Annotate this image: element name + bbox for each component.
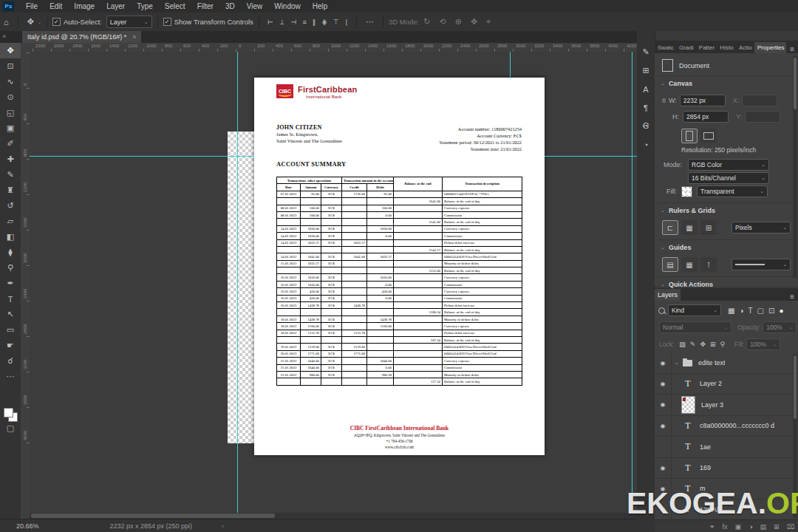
height-field[interactable]: 2854 px <box>683 111 729 123</box>
filter-adjustment-layers-icon[interactable]: ◑ <box>739 307 743 315</box>
hand-tool[interactable]: ☛ <box>0 338 21 353</box>
layer-name[interactable]: 169 <box>700 464 711 471</box>
zoom-level[interactable]: 20.66% <box>16 522 39 530</box>
chevron-down-icon[interactable]: ⌄ <box>675 360 679 366</box>
scrollbar-thumb[interactable] <box>794 58 797 109</box>
distribute-bottom-icon[interactable]: ⊤ <box>333 18 339 26</box>
layer-row[interactable]: T1ae <box>655 437 798 458</box>
layer-row[interactable]: ◉T169 <box>655 457 798 479</box>
chevron-down-icon[interactable]: ⌄ <box>661 81 665 86</box>
menu-view[interactable]: View <box>241 2 269 10</box>
landscape-orientation-button[interactable] <box>700 129 717 143</box>
guides-section-header[interactable]: Guides <box>669 244 692 251</box>
tab-gradi[interactable]: Gradi <box>676 42 696 53</box>
filter-toggle-icon[interactable]: ● <box>779 307 783 315</box>
layer-row[interactable]: ◉Tc8a0000000...ccccccc0 d <box>655 415 798 437</box>
lock-pixels-icon[interactable]: ✎ <box>690 341 696 348</box>
layer-visibility-toggle[interactable]: ◉ <box>655 373 672 394</box>
add-mask-icon[interactable]: ▣ <box>735 523 742 531</box>
align-right-edges-icon[interactable]: ⊣ <box>291 18 297 26</box>
width-field[interactable]: 2232 px <box>680 95 726 106</box>
character-panel-icon[interactable]: A <box>637 80 655 98</box>
lock-artboard-icon[interactable]: ⊞ <box>710 341 716 348</box>
path-select-tool[interactable]: ↖ <box>0 307 21 322</box>
tab-patter[interactable]: Patter <box>696 42 717 53</box>
preset-chevron-icon[interactable]: ⌄ <box>38 19 41 24</box>
guide-style-select[interactable]: ⌄ <box>732 259 791 270</box>
type-tool[interactable]: T <box>0 291 21 307</box>
auto-select-checkbox[interactable]: ✓ <box>52 18 61 26</box>
menu-3d[interactable]: 3D <box>219 2 241 10</box>
fill-swatch[interactable] <box>681 186 692 197</box>
move-tool[interactable]: ✥ <box>0 43 21 58</box>
filter-type-layers-icon[interactable]: T <box>748 307 753 315</box>
quick-selection-tool[interactable]: ⊙ <box>0 89 21 105</box>
lock-guides-icon[interactable]: ⊺ <box>700 257 717 272</box>
lock-position-icon[interactable]: ✥ <box>700 341 706 348</box>
tab-overflow-icon[interactable]: » <box>2 33 6 40</box>
filter-smart-objects-icon[interactable]: ⊡ <box>768 307 774 315</box>
edit-toolbar[interactable]: ⋯ <box>0 369 21 384</box>
layer-name[interactable]: Layer 2 <box>700 380 722 387</box>
gradient-tool[interactable]: ◧ <box>0 229 21 245</box>
distribute-top-icon[interactable]: ∥ <box>313 18 316 26</box>
toggle-grid-icon[interactable]: ▦ <box>681 220 698 235</box>
link-layers-icon[interactable]: ⚭ <box>709 523 715 531</box>
layer-effects-icon[interactable]: fx <box>723 523 728 531</box>
layer-name[interactable]: edite text <box>698 359 726 366</box>
toggle-snap-icon[interactable]: ⊞ <box>700 220 717 235</box>
libraries-panel-icon[interactable]: ◔ <box>637 135 655 154</box>
tab-layers[interactable]: Layers <box>655 289 681 301</box>
home-icon[interactable]: ⌂ <box>4 18 9 27</box>
document-tab[interactable]: Italy id.psd @ 20.7% (RGB/16#) * × <box>22 31 141 43</box>
paragraph-panel-icon[interactable]: ¶ <box>637 98 655 117</box>
menu-window[interactable]: Window <box>268 2 307 10</box>
properties-scrollbar[interactable] <box>793 56 797 278</box>
guide-layout-icon[interactable]: ▦ <box>681 257 698 272</box>
rulers-grids-section-header[interactable]: Rulers & Grids <box>669 207 715 214</box>
tab-properties[interactable]: Properties <box>754 42 786 53</box>
chevron-down-icon[interactable]: ⌄ <box>661 208 665 214</box>
menu-filter[interactable]: Filter <box>191 2 219 10</box>
layer-thumbnail[interactable] <box>681 396 695 414</box>
lasso-tool[interactable]: ∿ <box>0 74 21 89</box>
menu-type[interactable]: Type <box>131 2 159 10</box>
menu-layer[interactable]: Layer <box>100 2 131 10</box>
distribute-vertical-icon[interactable]: ∣ <box>345 18 349 26</box>
new-adjustment-icon[interactable]: ◑ <box>748 523 752 531</box>
horizontal-guide[interactable] <box>545 156 637 157</box>
eraser-tool[interactable]: ▱ <box>0 214 21 229</box>
tab-swatc[interactable]: Swatc <box>655 42 676 53</box>
layer-visibility-toggle[interactable]: ◉ <box>655 457 672 478</box>
layer-row[interactable]: ◉⌄edite text <box>655 352 798 374</box>
clone-source-icon[interactable]: ⊞ <box>637 61 655 80</box>
new-group-icon[interactable]: ▤ <box>760 523 767 531</box>
status-chevron-icon[interactable]: › <box>222 522 224 530</box>
blur-tool[interactable]: ⧫ <box>0 245 21 260</box>
zoom-tool[interactable]: ☌ <box>0 353 21 369</box>
scrollbar-thumb[interactable] <box>31 514 275 518</box>
filter-pixel-layers-icon[interactable]: ▩ <box>728 307 734 315</box>
vertical-guide[interactable] <box>510 52 511 78</box>
layer-name[interactable]: 1ae <box>700 443 711 451</box>
clone-stamp-tool[interactable]: ♜ <box>0 183 21 198</box>
quick-actions-section-header[interactable]: Quick Actions <box>669 281 713 288</box>
screen-mode-icon[interactable]: ▢ <box>0 420 21 436</box>
new-layer-icon[interactable]: ⊞ <box>774 523 780 531</box>
toggle-rulers-icon[interactable]: ⊏ <box>662 220 678 235</box>
layer-visibility-toggle[interactable] <box>655 437 672 457</box>
panel-menu-icon[interactable]: ≡ <box>786 45 798 53</box>
chevron-down-icon[interactable]: ⌄ <box>661 282 665 287</box>
brush-settings-icon[interactable]: ✎ <box>637 43 655 61</box>
bit-depth-select[interactable]: 16 Bits/Channel ⌄ <box>688 172 769 184</box>
rectangle-tool[interactable]: ▭ <box>0 322 21 338</box>
canvas-viewport[interactable]: CIBC FirstCaribbean International Bank J… <box>30 52 637 519</box>
tab-actio[interactable]: Actio <box>736 42 754 53</box>
layer-visibility-toggle[interactable]: ◉ <box>655 415 672 436</box>
show-transform-checkbox[interactable]: ✓ <box>163 18 171 26</box>
chevron-down-icon[interactable]: ⌄ <box>661 245 665 250</box>
layer-visibility-toggle[interactable]: ◉ <box>655 395 672 415</box>
marquee-tool[interactable]: ⊡ <box>0 58 21 74</box>
vertical-guide[interactable] <box>237 52 238 519</box>
eyedropper-tool[interactable]: ✐ <box>0 136 21 151</box>
